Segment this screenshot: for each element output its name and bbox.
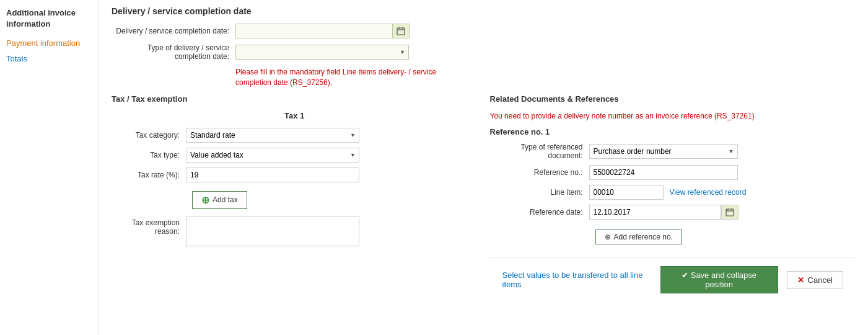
svg-rect-0 [397,28,405,35]
ref-date-label: Reference date: [490,208,589,217]
add-reference-button[interactable]: ⊕ Add reference no. [595,230,682,244]
ref-type-select-wrapper: Purchase order number [589,144,738,159]
ref-date-field-group [589,205,739,220]
tax-exemption-input[interactable] [186,217,359,246]
tax-type-select[interactable]: Value added tax [186,148,359,163]
cancel-x-icon: ✕ [797,275,804,285]
add-ref-plus-icon: ⊕ [605,233,611,241]
delivery-type-label: Type of delivery / service completion da… [112,43,235,61]
delivery-type-row: Type of delivery / service completion da… [112,43,856,61]
transfer-link[interactable]: Select values to be transfered to all li… [502,270,652,289]
delivery-section-title: Delivery / service completion date [112,6,856,16]
view-referenced-record-link[interactable]: View referenced record [670,188,747,197]
delivery-date-field-wrapper [235,24,410,38]
tax-rate-input[interactable] [186,168,359,182]
line-item-field-group: View referenced record [589,185,747,200]
add-tax-row: ⊕ Add tax [112,187,478,209]
delivery-type-select[interactable] [235,45,409,60]
tax-type-select-wrapper: Value added tax [186,148,359,163]
add-tax-label: Add tax [213,195,238,204]
tax-exemption-label: Tax exemption reason: [112,217,186,236]
tax1-header: Tax 1 [112,111,478,120]
tax-rate-row: Tax rate (%): [112,168,478,182]
related-docs-section: Related Documents & References You need … [490,94,856,303]
ref-date-calendar-icon[interactable] [721,205,739,220]
sidebar-title: Additional invoice information [6,7,92,30]
sidebar-item-payment-information[interactable]: Payment information [6,38,92,48]
related-docs-error: You need to provide a delivery note numb… [490,111,856,122]
tax-exemption-row: Tax exemption reason: [112,217,478,246]
ref-date-row: Reference date: [490,205,856,220]
tax-category-row: Tax category: Standard rate [112,128,478,143]
line-item-label: Line item: [490,188,589,197]
tax-category-select[interactable]: Standard rate [186,128,359,143]
footer-bar: Select values to be transfered to all li… [490,257,856,302]
delivery-date-input[interactable] [235,24,392,38]
add-tax-plus-icon: ⊕ [201,194,209,206]
two-col-section: Tax / Tax exemption Tax 1 Tax category: … [112,94,856,303]
save-button[interactable]: ✔ Save and collapse position [660,266,778,293]
delivery-type-select-wrapper [235,45,409,60]
related-docs-title: Related Documents & References [490,94,856,104]
tax-type-label: Tax type: [112,151,186,159]
sidebar-item-totals[interactable]: Totals [6,54,92,63]
tax-category-label: Tax category: [112,131,186,140]
add-tax-button[interactable]: ⊕ Add tax [192,191,247,209]
delivery-section: Delivery / service completion date Deliv… [112,6,856,88]
tax-rate-label: Tax rate (%): [112,171,186,179]
ref-date-input[interactable] [589,205,721,220]
cancel-button[interactable]: ✕ Cancel [787,271,843,289]
tax-type-row: Tax type: Value added tax [112,148,478,163]
line-item-input[interactable] [589,185,664,200]
tax1-section: Tax 1 Tax category: Standard rate Tax ty… [112,111,478,246]
line-item-row: Line item: View referenced record [490,185,856,200]
add-ref-label: Add reference no. [614,233,673,241]
delivery-error-message: Please fill in the mandatory field Line … [235,67,471,88]
ref-no-row: Reference no.: [490,165,856,180]
tax-section-title: Tax / Tax exemption [112,94,478,104]
ref-type-select[interactable]: Purchase order number [589,144,738,159]
ref-type-label: Type of referenced document: [490,143,589,160]
delivery-date-label: Delivery / service completion date: [112,27,235,35]
tax-category-select-wrapper: Standard rate [186,128,359,143]
ref-no-input[interactable] [589,165,738,180]
sidebar: Additional invoice information Payment i… [0,0,99,335]
delivery-date-row: Delivery / service completion date: [112,24,856,38]
add-ref-row: ⊕ Add reference no. [490,225,856,244]
svg-rect-4 [726,209,734,216]
ref-no-label: Reference no.: [490,168,589,177]
main-content: Delivery / service completion date Deliv… [99,0,868,335]
ref-type-row: Type of referenced document: Purchase or… [490,143,856,160]
delivery-date-calendar-icon[interactable] [392,24,410,38]
ref-no-title: Reference no. 1 [490,127,856,136]
cancel-label: Cancel [808,275,833,285]
tax-section: Tax / Tax exemption Tax 1 Tax category: … [112,94,478,303]
